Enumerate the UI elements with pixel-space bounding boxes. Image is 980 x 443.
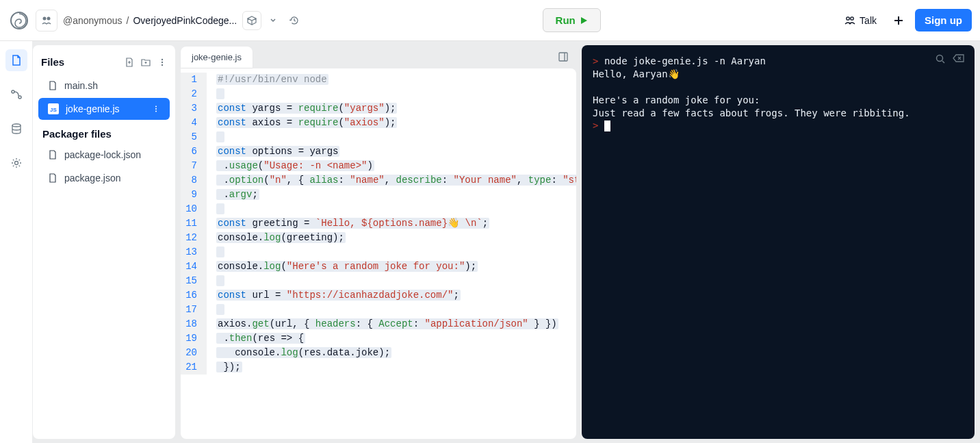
terminal-pane[interactable]: > node joke-genie.js -n Aaryan Hello, Aa… [582,45,975,439]
replit-logo-icon[interactable] [8,10,30,31]
line-number: 1 [181,73,216,87]
code-content: const axios = require("axios"); [216,116,408,130]
chevron-down-icon[interactable] [267,17,279,24]
svg-rect-17 [559,53,567,61]
line-number: 16 [181,288,216,303]
svg-point-9 [162,58,163,60]
file-icon [48,173,57,183]
code-content: #!/usr/bin/env node [216,73,339,87]
svg-point-5 [12,90,14,93]
breadcrumb-project[interactable]: OverjoyedPinkCodege... [133,15,237,26]
code-line[interactable]: 15 [181,274,576,288]
code-line[interactable]: 6const options = yargs [181,144,576,159]
svg-point-1 [43,16,47,20]
line-number: 18 [181,317,216,331]
code-line[interactable]: 19 .then(res => { [181,331,576,346]
code-content: console.log("Here's a random joke for yo… [216,260,489,274]
file-row[interactable]: package-lock.json [38,144,170,166]
rail-settings-icon[interactable] [5,152,27,174]
code-content: const greeting = `Hello, ${options.name}… [216,216,500,231]
code-line[interactable]: 1#!/usr/bin/env node [181,73,576,87]
svg-point-6 [18,96,21,99]
code-line[interactable]: 20 console.log(res.data.joke); [181,346,576,360]
code-line[interactable]: 5 [181,130,576,144]
code-line[interactable]: 12console.log(greeting); [181,231,576,245]
user-avatar-button[interactable] [36,10,57,31]
packager-section-label: Packager files [33,121,175,142]
code-line[interactable]: 21 }); [181,360,576,375]
line-number: 14 [181,260,216,274]
run-button[interactable]: Run [543,8,601,32]
code-line[interactable]: 14console.log("Here's a random joke for … [181,260,576,274]
code-line[interactable]: 2 [181,87,576,101]
code-line[interactable]: 16const url = "https://icanhazdadjoke.co… [181,288,576,303]
code-line[interactable]: 4const axios = require("axios"); [181,116,576,130]
layout-icon[interactable] [554,48,572,66]
code-content: const yargs = require("yargs"); [216,101,408,116]
code-content: }); [216,360,253,375]
code-line[interactable]: 18axios.get(url, { headers: { Accept: "a… [181,317,576,331]
code-line[interactable]: 10 [181,202,576,216]
terminal-command: node joke-genie.js -n Aaryan [604,55,766,66]
svg-point-10 [162,61,163,62]
code-line[interactable]: 11const greeting = `Hello, ${options.nam… [181,216,576,231]
file-row[interactable]: package.json [38,167,170,189]
people-icon [844,15,855,26]
file-sidebar: Files main.shJSjoke-genie.js Packager fi… [33,45,175,439]
new-file-icon[interactable] [125,58,134,67]
svg-point-16 [155,111,157,112]
terminal-line: > node joke-genie.js -n Aaryan [593,55,964,68]
terminal-search-icon[interactable] [935,53,946,64]
svg-point-3 [847,16,849,19]
line-number: 17 [181,303,216,317]
code-line[interactable]: 17 [181,303,576,317]
terminal-prompt: > [593,120,598,131]
code-content: const url = "https://icanhazdadjoke.com/… [216,288,472,303]
run-label: Run [556,14,576,26]
code-line[interactable]: 8 .option("n", { alias: "name", describe… [181,173,576,188]
new-folder-icon[interactable] [141,58,151,67]
file-row[interactable]: JSjoke-genie.js [38,98,170,120]
svg-point-15 [155,108,157,110]
code-line[interactable]: 3const yargs = require("yargs"); [181,101,576,116]
cube-icon[interactable] [242,11,261,30]
tab-bar: joke-genie.js [181,45,576,68]
rail-vcs-icon[interactable] [5,84,27,105]
editor-area: joke-genie.js 1#!/usr/bin/env node2 3con… [181,45,576,439]
code-content: .usage("Usage: -n <name>") [216,159,385,173]
breadcrumb-user[interactable]: @anonymous [63,15,122,26]
line-number: 4 [181,116,216,130]
code-line[interactable]: 13 [181,245,576,260]
tab-joke-genie[interactable]: joke-genie.js [181,47,253,68]
rail-files-icon[interactable] [5,49,27,71]
signup-button[interactable]: Sign up [915,9,972,31]
line-number: 21 [181,360,216,375]
terminal-clear-icon[interactable] [953,53,965,64]
plus-button[interactable] [888,10,910,31]
code-editor[interactable]: 1#!/usr/bin/env node2 3const yargs = req… [181,68,576,439]
file-name: package.json [64,173,121,183]
code-line[interactable]: 9 .argv; [181,188,576,202]
more-icon[interactable] [157,58,167,67]
line-number: 11 [181,216,216,231]
code-content: .then(res => { [216,331,316,346]
sidebar-header: Files [33,51,175,73]
svg-point-2 [47,16,51,20]
history-icon[interactable] [285,15,304,26]
breadcrumb: @anonymous / OverjoyedPinkCodege... [63,15,237,26]
svg-point-18 [937,55,943,62]
talk-button[interactable]: Talk [839,11,882,30]
line-number: 20 [181,346,216,360]
file-more-icon[interactable] [152,105,160,113]
terminal-cursor [604,121,610,131]
code-content: console.log(greeting); [216,231,357,245]
rail-database-icon[interactable] [5,118,27,140]
code-content: console.log(res.data.joke); [216,346,402,360]
terminal-output-line: Hello, Aaryan👋 [593,68,964,81]
js-file-icon: JS [48,103,59,114]
play-icon [580,16,588,25]
code-line[interactable]: 7 .usage("Usage: -n <name>") [181,159,576,173]
file-row[interactable]: main.sh [38,75,170,97]
terminal-output-line: Just read a few facts about frogs. They … [593,107,964,120]
svg-text:JS: JS [50,107,57,113]
